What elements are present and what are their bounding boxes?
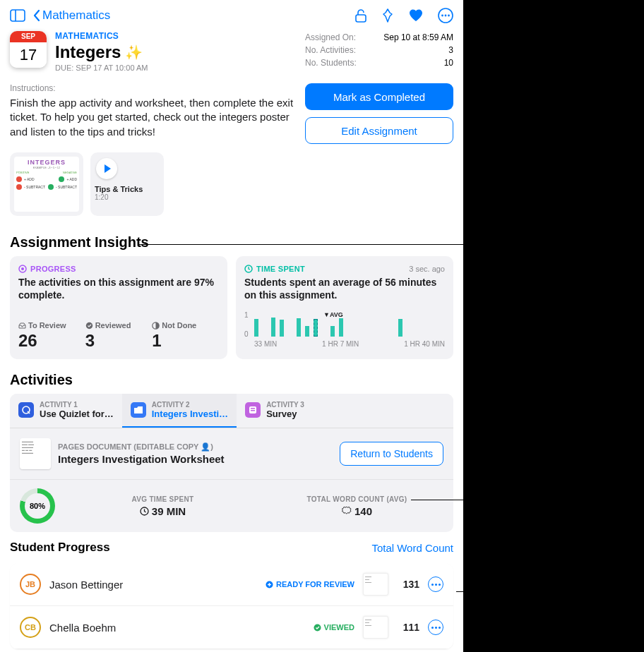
row-more-button[interactable]	[428, 620, 443, 635]
reviewed-value: 3	[85, 331, 153, 351]
pin-icon[interactable]	[381, 8, 394, 23]
svg-point-5	[445, 15, 447, 17]
assigned-on-label: Assigned On:	[305, 32, 356, 42]
students-count-label: No. Students:	[305, 58, 357, 68]
students-count-value: 10	[444, 58, 453, 68]
svg-point-8	[21, 267, 24, 270]
tab2-sub: ACTIVITY 2	[152, 401, 228, 409]
notdone-value: 1	[152, 331, 219, 351]
clock-icon	[140, 507, 149, 516]
callout-line	[456, 591, 473, 592]
to-review-value: 26	[18, 331, 85, 351]
badge-icon	[342, 506, 352, 516]
tab1-title: Use Quizlet for…	[40, 409, 114, 419]
heart-icon[interactable]	[408, 8, 424, 23]
svg-rect-0	[11, 10, 25, 21]
word-count-value: 140	[354, 505, 372, 517]
completion-percent: 80%	[30, 502, 45, 510]
svg-point-6	[448, 15, 450, 17]
sidebar-toggle-icon[interactable]	[10, 9, 25, 22]
activities-count-value: 3	[448, 45, 453, 55]
due-date: DUE: SEP 17 AT 10:00 AM	[55, 64, 148, 72]
audio-title: Tips & Tricks	[95, 185, 160, 193]
avg-marker: ▼AVG	[323, 311, 343, 318]
instructions-text: Finish the app activity and worksheet, t…	[10, 96, 295, 139]
reviewed-label: Reviewed	[95, 321, 131, 330]
status-badge: READY FOR REVIEW	[266, 580, 354, 588]
calendar-day: 17	[10, 42, 47, 68]
poster-thumbnail: INTEGERS EXAMPLE: -3 • 5 • 12 POSITIVENE…	[14, 157, 79, 212]
sparkles-icon: ✨	[125, 44, 143, 61]
tab1-sub: ACTIVITY 1	[40, 401, 114, 409]
sort-dropdown[interactable]: Total Word Count	[371, 542, 453, 554]
row-more-button[interactable]	[428, 576, 443, 592]
activities-count-label: No. Activities:	[305, 45, 356, 55]
student-progress-title: Student Progress	[10, 541, 110, 555]
completion-ring: 80%	[20, 488, 55, 524]
progress-summary: The activities on this assignment are 97…	[18, 276, 219, 301]
student-name: Jason Bettinger	[49, 579, 257, 591]
attachment-poster[interactable]: INTEGERS EXAMPLE: -3 • 5 • 12 POSITIVENE…	[10, 152, 83, 216]
progress-card[interactable]: PROGRESS The activities on this assignme…	[10, 256, 227, 359]
submission-thumbnail: ▬▬▬▬▬▬▬▬	[363, 616, 388, 639]
x-label-max: 1 HR 40 MIN	[404, 340, 445, 348]
document-thumbnail: ▬▬▬▬▬▬ ▬▬▬▬▬▬▬ ▬ ▬▬▬▬▬	[20, 438, 51, 469]
student-name: Chella Boehm	[49, 622, 305, 634]
lock-open-icon[interactable]	[354, 8, 367, 23]
audio-duration: 1:20	[95, 193, 160, 201]
assignment-title: Integers	[55, 42, 121, 62]
half-circle-icon	[152, 322, 160, 330]
svg-rect-2	[356, 15, 366, 22]
quizlet-icon	[18, 402, 34, 418]
tab-activity-2[interactable]: ACTIVITY 2 Integers Investi…	[122, 394, 237, 428]
svg-rect-15	[251, 410, 255, 411]
mark-completed-button[interactable]: Mark as Completed	[305, 83, 453, 110]
avatar: JB	[20, 574, 41, 595]
edit-assignment-button[interactable]: Edit Assignment	[305, 117, 453, 144]
tab3-title: Survey	[266, 409, 304, 419]
tab3-sub: ACTIVITY 3	[266, 401, 304, 409]
assigned-on-value: Sep 10 at 8:59 AM	[383, 32, 453, 42]
callout-line	[411, 500, 473, 500]
check-circle-icon	[85, 322, 93, 330]
activities-section-title: Activities	[0, 359, 463, 394]
x-label-mid: 1 HR 7 MIN	[322, 340, 359, 348]
notdone-label: Not Done	[162, 321, 196, 330]
attachment-audio[interactable]: Tips & Tricks 1:20	[90, 152, 164, 216]
return-to-students-button[interactable]: Return to Students	[340, 442, 443, 466]
avg-time-label: AVG TIME SPENT	[76, 495, 249, 503]
svg-rect-14	[251, 408, 255, 409]
more-icon[interactable]	[438, 8, 453, 23]
time-spent-card[interactable]: TIME SPENT 3 sec. ago Students spent an …	[236, 256, 453, 359]
play-icon	[96, 158, 117, 179]
time-spent-label: TIME SPENT	[256, 265, 305, 273]
back-button[interactable]: Mathematics	[32, 8, 110, 23]
student-row[interactable]: JB Jason Bettinger READY FOR REVIEW ▬▬▬▬…	[10, 563, 453, 606]
callout-line	[138, 244, 474, 245]
subject-label: MATHEMATICS	[55, 31, 148, 41]
survey-icon	[245, 402, 261, 418]
status-check-icon	[314, 624, 321, 632]
word-count: 131	[397, 579, 419, 590]
back-label: Mathematics	[42, 8, 110, 23]
tab-activity-3[interactable]: ACTIVITY 3 Survey	[237, 394, 313, 428]
time-chart: 1 0	[244, 313, 445, 346]
tab-activity-1[interactable]: ACTIVITY 1 Use Quizlet for…	[10, 394, 122, 428]
avg-time-value: 39 MIN	[152, 505, 186, 517]
avatar: CB	[20, 617, 41, 638]
chevron-left-icon	[32, 9, 41, 22]
inbox-icon	[18, 322, 26, 329]
to-review-label: To Review	[28, 321, 66, 330]
folder-icon	[131, 402, 146, 418]
word-count: 111	[397, 622, 419, 633]
calendar-month: SEP	[10, 31, 47, 42]
status-badge: VIEWED	[314, 623, 354, 632]
student-row[interactable]: CB Chella Boehm VIEWED ▬▬▬▬▬▬▬▬ 111	[10, 606, 453, 649]
svg-point-18	[314, 624, 321, 631]
calendar-icon: SEP 17	[10, 31, 47, 68]
document-type: PAGES DOCUMENT (EDITABLE COPY 👤)	[58, 442, 225, 452]
x-label-min: 33 MIN	[254, 340, 277, 348]
document-name: Integers Investigation Worksheet	[58, 453, 225, 465]
insights-section-title: Assignment Insights	[0, 222, 463, 256]
clock-icon	[244, 265, 253, 273]
